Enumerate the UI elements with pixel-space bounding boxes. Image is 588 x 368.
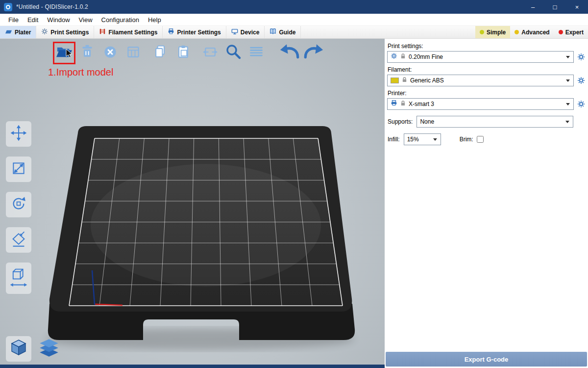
tab-print-settings[interactable]: Print Settings [36,26,94,38]
undo-button[interactable] [281,44,299,62]
print-settings-label: Print settings: [388,43,585,50]
menu-view[interactable]: View [74,14,97,26]
lock-icon [400,53,406,61]
flatten-icon [10,230,27,250]
move-icon [10,124,27,144]
tab-plater[interactable]: Plater [0,26,36,38]
delete-button[interactable] [78,44,97,62]
lock-icon [400,100,406,108]
trash-icon [79,44,95,62]
tabbar: Plater Print Settings Filament Settings … [0,26,588,39]
view-3d-button[interactable] [6,336,31,362]
menu-edit[interactable]: Edit [23,14,43,26]
filament-icon [99,28,106,36]
move-tool[interactable] [6,121,31,147]
filament-label: Filament: [388,66,585,73]
menu-file[interactable]: File [4,14,23,26]
redo-arrow-icon [303,43,323,63]
minimize-button[interactable]: – [522,0,544,14]
printer-label: Printer: [388,90,585,97]
settings-panel: Print settings: 0.20mm Fine Filament: Ge… [385,39,588,368]
expert-dot-icon [559,30,563,34]
tab-filament-settings[interactable]: Filament Settings [94,26,163,38]
plater-icon [5,28,12,37]
mouse-cursor [66,49,73,58]
split-button[interactable] [201,44,220,62]
titlebar: *Untitled - QIDISlicer-1.0.2 – □ × [0,0,588,14]
filament-color-swatch [391,78,399,83]
tab-device[interactable]: Device [226,26,265,38]
chevron-down-icon [565,121,569,123]
stacked-layers-icon [38,338,60,361]
chevron-down-icon [433,138,437,141]
circle-x-icon [102,44,118,62]
cube-3d-icon [9,338,28,360]
mode-simple[interactable]: Simple [475,26,510,38]
menubar: File Edit Window View Configuration Help [0,14,588,26]
filament-preset-select[interactable]: Generic ABS [387,75,574,86]
layers-list-icon [248,44,264,62]
scale-tool[interactable] [6,157,31,182]
search-icon [224,43,242,63]
menu-help[interactable]: Help [144,14,166,26]
print-preset-value: 0.20mm Fine [409,53,563,60]
supports-label: Supports: [388,118,413,125]
window-controls: – □ × [522,0,588,14]
place-on-face-tool[interactable] [6,227,31,253]
device-icon [231,28,238,36]
brim-checkbox[interactable] [477,136,484,143]
simple-dot-icon [480,30,484,34]
delete-all-button[interactable] [101,44,120,62]
copy-icon [152,44,168,62]
window-title: *Untitled - QIDISlicer-1.0.2 [16,3,88,10]
supports-select[interactable]: None [416,116,573,128]
print-settings-gear-button[interactable] [577,53,586,61]
tab-printer-settings[interactable]: Printer Settings [163,26,226,38]
mode-advanced[interactable]: Advanced [510,26,554,38]
lock-icon [402,76,407,85]
gear-icon [41,28,48,36]
printer-settings-gear-button[interactable] [577,100,586,108]
printer-preset-value: X-smart 3 [409,101,563,107]
import-annotation: 1.Import model [48,67,113,78]
gizmo-toolbar [6,121,31,294]
advanced-dot-icon [514,30,519,34]
printer-icon [168,28,174,36]
rotate-icon [9,194,28,215]
tab-guide[interactable]: Guide [265,26,301,38]
paste-icon [175,44,191,62]
export-gcode-button[interactable]: Export G-code [386,352,587,367]
filament-settings-gear-button[interactable] [577,76,586,85]
preview-layers-button[interactable] [37,339,61,360]
infill-select[interactable]: 15% [404,133,441,145]
supports-value: None [420,118,563,125]
redo-button[interactable] [304,44,322,62]
printer-preset-select[interactable]: X-smart 3 [387,98,574,110]
layers-list-button[interactable] [247,44,266,62]
chevron-down-icon [566,103,570,105]
split-arrows-icon [202,44,219,62]
close-button[interactable]: × [566,0,588,14]
maximize-button[interactable]: □ [544,0,566,14]
arrange-grid-icon [125,44,141,62]
viewport-toolbar [55,44,322,62]
app-logo-icon [4,3,12,11]
search-button[interactable] [224,44,243,62]
gear-icon [391,53,397,61]
undo-arrow-icon [280,43,300,63]
measure-tool[interactable] [6,263,31,294]
arrange-button[interactable] [124,44,143,62]
rotate-tool[interactable] [6,192,31,217]
viewport-bottom-frame [0,365,385,368]
paste-button[interactable] [174,44,193,62]
menu-configuration[interactable]: Configuration [97,14,144,26]
scale-icon [10,159,27,179]
chevron-down-icon [566,79,570,82]
mode-expert[interactable]: Expert [554,26,588,38]
viewport-3d[interactable]: 1.Import model [0,39,385,368]
copy-button[interactable] [151,44,170,62]
print-preset-select[interactable]: 0.20mm Fine [387,51,574,63]
guide-icon [270,28,276,36]
menu-window[interactable]: Window [43,14,74,26]
printer-icon [391,100,397,108]
